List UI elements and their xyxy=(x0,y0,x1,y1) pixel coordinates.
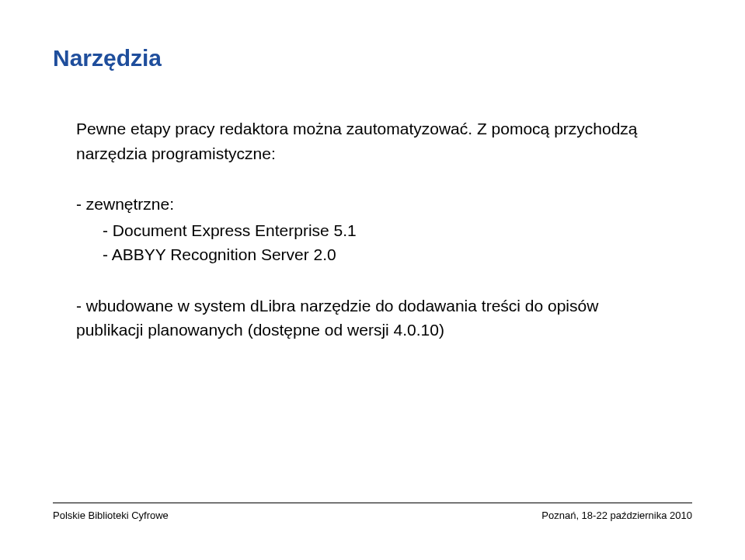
slide: Narzędzia Pewne etapy pracy redaktora mo… xyxy=(0,0,745,560)
intro-paragraph: Pewne etapy pracy redaktora można zautom… xyxy=(76,117,669,165)
slide-title: Narzędzia xyxy=(53,45,692,71)
footer-row: Polskie Biblioteki Cyfrowe Poznań, 18-22… xyxy=(53,510,692,521)
external-item-1: - Document Express Enterprise 5.1 xyxy=(76,218,669,243)
external-item-2: - ABBYY Recognition Server 2.0 xyxy=(76,242,669,267)
builtin-paragraph: - wbudowane w system dLibra narzędzie do… xyxy=(76,294,669,343)
footer-left-text: Polskie Biblioteki Cyfrowe xyxy=(53,510,169,521)
external-label: - zewnętrzne: xyxy=(76,192,669,217)
slide-body: Pewne etapy pracy redaktora można zautom… xyxy=(53,117,692,343)
footer-divider xyxy=(53,503,692,503)
footer: Polskie Biblioteki Cyfrowe Poznań, 18-22… xyxy=(53,503,692,521)
footer-right-text: Poznań, 18-22 października 2010 xyxy=(541,510,692,521)
